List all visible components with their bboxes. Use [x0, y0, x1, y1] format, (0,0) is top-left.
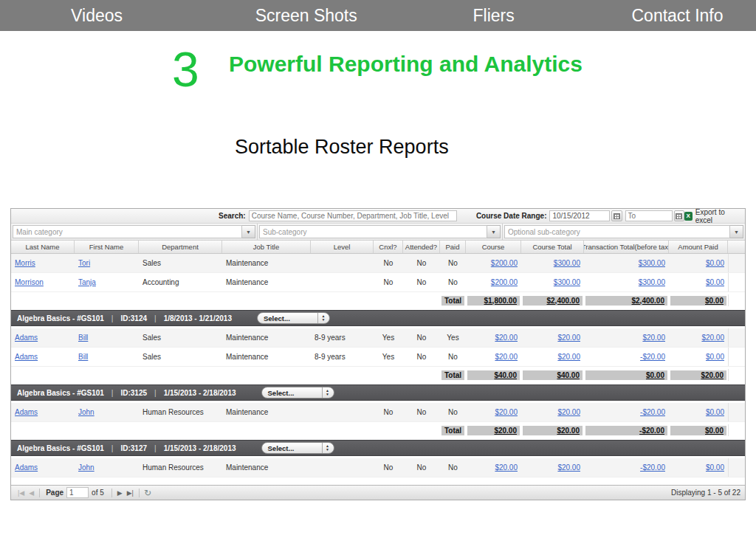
- row-filler: [728, 328, 745, 347]
- row-filler: [728, 273, 745, 291]
- column-header[interactable]: First Name: [75, 241, 139, 253]
- cell: No: [403, 259, 440, 267]
- cell-link[interactable]: $300.00: [521, 259, 584, 267]
- cell: Accounting: [139, 278, 222, 286]
- table-header-row: Last NameFirst NameDepartmentJob TitleLe…: [11, 241, 745, 254]
- cell: Maintenance: [222, 259, 311, 267]
- cell-link[interactable]: $20.00: [669, 334, 728, 342]
- column-header[interactable]: Department: [139, 241, 222, 253]
- select-label: Select...: [262, 444, 322, 452]
- cell-link[interactable]: $0.00: [669, 278, 728, 286]
- cell: No: [403, 463, 440, 472]
- cell-link[interactable]: Morris: [11, 259, 75, 267]
- column-header[interactable]: Amount Paid: [669, 241, 728, 253]
- nav-item-videos[interactable]: Videos: [71, 0, 123, 31]
- date-from-calendar-button[interactable]: [611, 210, 622, 221]
- optional-sub-category-combo[interactable]: Optional sub-category ▼: [503, 224, 745, 240]
- cell: Maintenance: [222, 278, 311, 286]
- cell-link[interactable]: -$20.00: [584, 353, 669, 361]
- total-value: $0.00: [585, 370, 667, 380]
- cell-link[interactable]: $300.00: [521, 278, 584, 286]
- excel-icon: X: [684, 212, 693, 221]
- nav-item-contact-info[interactable]: Contact Info: [631, 0, 723, 31]
- cell-link[interactable]: $20.00: [466, 353, 521, 361]
- next-page-icon[interactable]: ▶: [117, 489, 123, 497]
- cell-link[interactable]: Adams: [11, 408, 75, 416]
- cell-link[interactable]: $20.00: [584, 334, 669, 342]
- cell-link[interactable]: -$20.00: [584, 463, 669, 472]
- column-header[interactable]: Course Total: [521, 241, 584, 253]
- date-to-input[interactable]: [625, 210, 673, 221]
- group-id: ID:3124: [120, 314, 147, 322]
- nav-item-fliers[interactable]: Fliers: [473, 0, 515, 31]
- cell-link[interactable]: $0.00: [669, 353, 728, 361]
- cell-link[interactable]: $20.00: [466, 408, 521, 416]
- chevron-down-icon[interactable]: ▼: [242, 225, 255, 238]
- cell-link[interactable]: $20.00: [521, 408, 584, 416]
- cell-link[interactable]: John: [75, 408, 139, 416]
- last-page-icon[interactable]: ▶|: [127, 489, 134, 497]
- cell-link[interactable]: $20.00: [466, 463, 521, 472]
- first-page-icon[interactable]: |◀: [18, 489, 24, 497]
- total-value: $20.00: [467, 426, 520, 435]
- column-header[interactable]: Cnxl?: [374, 241, 403, 253]
- nav-item-screen-shots[interactable]: Screen Shots: [255, 0, 357, 31]
- cell-link[interactable]: -$20.00: [584, 408, 669, 416]
- cell-link[interactable]: $20.00: [466, 334, 521, 342]
- group-dates: 1/15/2013 - 2/18/2013: [164, 444, 236, 452]
- column-header[interactable]: Attended?: [403, 241, 440, 253]
- date-from-input[interactable]: [549, 210, 610, 221]
- column-header[interactable]: Course: [466, 241, 521, 253]
- cell: No: [403, 408, 440, 416]
- roster-report-app: Search: Course Date Range: X Export to e…: [10, 208, 746, 500]
- sub-category-value: Sub-category: [259, 225, 487, 238]
- cell-link[interactable]: $300.00: [584, 278, 669, 286]
- total-value: $40.00: [467, 370, 520, 380]
- cell-link[interactable]: $20.00: [521, 463, 584, 472]
- cell-link[interactable]: $200.00: [466, 259, 521, 267]
- cell-link[interactable]: $20.00: [521, 353, 584, 361]
- row-filler: [728, 369, 745, 381]
- cell-link[interactable]: $0.00: [669, 408, 728, 416]
- page-number-input[interactable]: [66, 487, 89, 498]
- group-select-dropdown[interactable]: Select...▲▼: [261, 387, 334, 399]
- cell-link[interactable]: Bill: [75, 334, 139, 342]
- column-header[interactable]: Transaction Total(before tax): [584, 241, 669, 253]
- main-category-combo[interactable]: Main category ▼: [11, 224, 258, 240]
- cell-link[interactable]: Tori: [75, 259, 139, 267]
- group-select-dropdown[interactable]: Select...▲▼: [261, 442, 334, 454]
- column-header[interactable]: Level: [311, 241, 374, 253]
- separator: |: [111, 314, 114, 322]
- separator: |: [154, 389, 157, 397]
- cell-link[interactable]: Bill: [75, 353, 139, 361]
- cell-link[interactable]: $300.00: [584, 259, 669, 267]
- cell-link[interactable]: Adams: [11, 463, 75, 472]
- cell-link[interactable]: Morrison: [11, 278, 75, 286]
- cell-link[interactable]: Adams: [11, 334, 75, 342]
- cell-link[interactable]: John: [75, 463, 139, 472]
- date-range-label: Course Date Range:: [476, 212, 547, 220]
- chevron-down-icon[interactable]: ▼: [730, 225, 743, 238]
- search-input[interactable]: [249, 210, 457, 221]
- cell-link[interactable]: $0.00: [669, 259, 728, 267]
- row-filler: [728, 424, 745, 436]
- sub-category-combo[interactable]: Sub-category ▼: [258, 224, 503, 240]
- chevron-down-icon[interactable]: ▼: [487, 225, 501, 238]
- refresh-icon[interactable]: ↻: [144, 488, 151, 498]
- column-header[interactable]: Paid: [440, 241, 466, 253]
- cell-link[interactable]: Adams: [11, 353, 75, 361]
- group-select-dropdown[interactable]: Select...▲▼: [257, 312, 330, 324]
- cell: No: [374, 259, 403, 267]
- cell-link[interactable]: Tanja: [75, 278, 139, 286]
- export-to-excel-button[interactable]: X Export to excel: [684, 208, 740, 224]
- previous-page-icon[interactable]: ◀: [29, 489, 34, 497]
- cell-link[interactable]: $20.00: [521, 334, 584, 342]
- cell-link[interactable]: $0.00: [669, 463, 728, 472]
- optional-sub-category-value: Optional sub-category: [504, 225, 730, 238]
- cell-link[interactable]: $200.00: [466, 278, 521, 286]
- cell: 8-9 years: [311, 334, 374, 342]
- column-header[interactable]: Job Title: [222, 241, 311, 253]
- date-to-calendar-button[interactable]: [674, 210, 684, 221]
- column-header[interactable]: Last Name: [11, 241, 75, 253]
- divider: [39, 489, 40, 497]
